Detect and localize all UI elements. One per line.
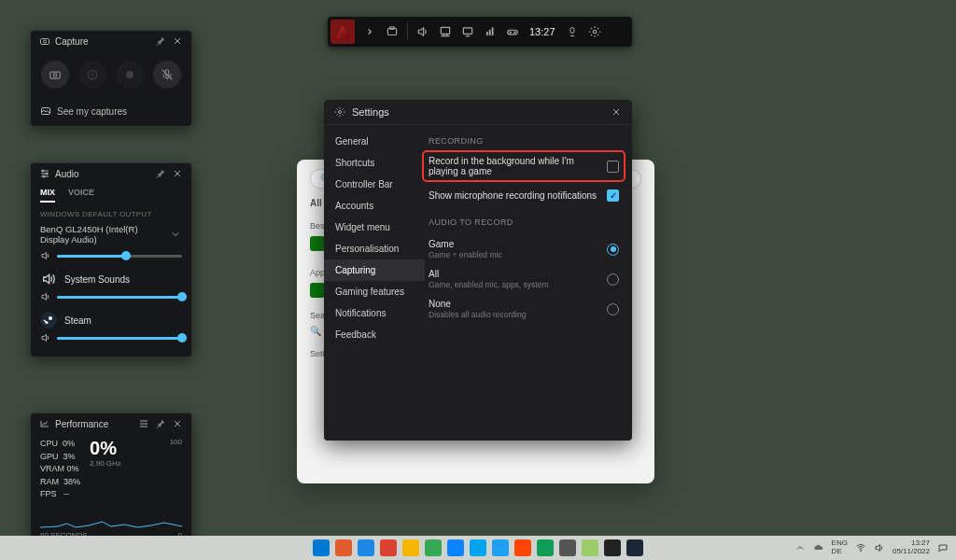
taskbar-brave-icon[interactable]	[335, 539, 352, 556]
close-icon[interactable]	[171, 417, 184, 430]
mic-toggle-button[interactable]	[153, 61, 181, 89]
svg-rect-19	[492, 27, 494, 35]
xbox-game-bar: 13:27	[328, 17, 632, 47]
audio-record-option-none[interactable]: NoneDisables all audio recording	[429, 294, 619, 324]
settings-nav-general[interactable]: General	[324, 131, 425, 152]
app-name: System Sounds	[64, 274, 130, 285]
speaker-icon	[40, 271, 57, 287]
account-icon[interactable]	[561, 17, 583, 47]
record-last-button[interactable]	[78, 61, 106, 89]
record-background-label: Record in the background while I'm playi…	[429, 156, 599, 176]
audio-widget: Audio MIX VOICE WINDOWS DEFAULT OUTPUT B…	[30, 162, 192, 357]
wifi-icon[interactable]	[855, 542, 866, 553]
speaker-icon	[40, 250, 51, 261]
settings-nav-controller-bar[interactable]: Controller Bar	[324, 174, 425, 195]
volume-icon[interactable]	[874, 542, 885, 553]
chevron-right-icon[interactable]	[358, 17, 381, 47]
app-name: Steam	[64, 315, 91, 326]
svg-point-3	[53, 74, 57, 77]
taskbar-edge-icon[interactable]	[358, 539, 374, 556]
options-icon[interactable]	[137, 417, 150, 430]
settings-icon[interactable]	[583, 17, 606, 47]
xbox-social-icon[interactable]	[501, 17, 524, 47]
clock-date[interactable]: 13:2705/11/2022	[893, 539, 930, 556]
record-button[interactable]	[116, 61, 144, 89]
pin-icon[interactable]	[154, 167, 167, 180]
master-volume-slider[interactable]	[57, 255, 182, 258]
settings-nav-capturing[interactable]: Capturing	[324, 259, 425, 281]
performance-shortcut-icon[interactable]	[434, 17, 457, 47]
system-sounds-slider[interactable]	[57, 296, 182, 299]
perf-header: Performance	[31, 413, 191, 434]
capture-buttons	[31, 51, 191, 100]
taskbar-whatsapp-icon[interactable]	[537, 539, 554, 556]
see-captures-label: See my captures	[57, 106, 127, 117]
taskbar-vscode-icon[interactable]	[604, 539, 621, 556]
tab-mix[interactable]: MIX	[40, 184, 55, 203]
active-game-icon[interactable]	[330, 20, 355, 44]
system-sounds-volume-row	[31, 287, 191, 306]
taskbar-explorer-icon[interactable]	[402, 539, 419, 556]
settings-nav-personalisation[interactable]: Personalisation	[324, 238, 425, 259]
mic-notifications-label: Show microphone recording notifications	[429, 190, 599, 201]
svg-rect-16	[463, 28, 471, 34]
taskbar-mail-icon[interactable]	[470, 539, 486, 556]
taskbar-chrome-icon[interactable]	[447, 539, 464, 556]
settings-nav-notifications[interactable]: Notifications	[324, 302, 425, 324]
svg-point-5	[126, 71, 134, 78]
notifications-icon[interactable]	[937, 542, 949, 553]
onedrive-icon[interactable]	[813, 542, 824, 553]
screenshot-button[interactable]	[41, 61, 69, 89]
settings-nav-widget-menu[interactable]: Widget menu	[324, 217, 425, 238]
close-icon[interactable]	[171, 35, 184, 48]
tab-voice[interactable]: VOICE	[68, 184, 94, 203]
taskbar-center	[313, 539, 643, 556]
chevron-up-icon[interactable]	[794, 542, 806, 553]
close-icon[interactable]	[171, 167, 184, 180]
taskbar-start-icon[interactable]	[313, 539, 330, 556]
language-indicator[interactable]: ENGDE	[832, 539, 848, 556]
taskbar-terminal-icon[interactable]	[559, 539, 576, 556]
settings-nav-accounts[interactable]: Accounts	[324, 195, 425, 217]
record-background-checkbox[interactable]	[607, 161, 619, 173]
capture-widget: Capture See my captures	[30, 30, 192, 127]
taskbar-opera-icon[interactable]	[514, 539, 531, 556]
taskbar-app-icon[interactable]	[582, 539, 598, 556]
app-system-sounds: System Sounds	[31, 265, 191, 287]
see-captures-link[interactable]: See my captures	[31, 100, 191, 126]
settings-nav-gaming-features[interactable]: Gaming features	[324, 281, 425, 302]
audio-shortcut-icon[interactable]	[412, 17, 434, 47]
radio[interactable]	[607, 303, 619, 315]
radio[interactable]	[607, 244, 619, 256]
close-icon[interactable]	[610, 105, 623, 119]
settings-nav-shortcuts[interactable]: Shortcuts	[324, 152, 425, 174]
windows-taskbar: ENGDE 13:2705/11/2022	[0, 536, 956, 560]
audio-record-option-all[interactable]: AllGame, enabled mic, apps, system	[429, 264, 619, 294]
settings-header: Settings	[324, 100, 632, 125]
radio[interactable]	[607, 273, 619, 286]
svg-rect-20	[508, 30, 518, 35]
mic-notifications-row[interactable]: Show microphone recording notifications …	[429, 185, 619, 206]
speaker-icon	[40, 291, 51, 302]
widgets-shortcut-icon[interactable]	[479, 17, 501, 47]
svg-rect-23	[570, 28, 574, 34]
perf-graph	[31, 505, 191, 531]
capture-title: Capture	[55, 36, 150, 47]
perf-percent: 0%	[90, 438, 121, 459]
settings-nav-feedback[interactable]: Feedback	[324, 324, 425, 345]
taskbar-firefox-icon[interactable]	[380, 539, 397, 556]
record-background-row[interactable]: Record in the background while I'm playi…	[425, 153, 623, 179]
audio-record-option-game[interactable]: GameGame + enabled mic	[429, 234, 619, 264]
steam-slider[interactable]	[57, 337, 182, 340]
mic-notifications-checkbox[interactable]: ✓	[607, 189, 619, 202]
taskbar-microsoft-store-icon[interactable]	[425, 539, 442, 556]
output-device-select[interactable]: BenQ GL2450H (Intel(R) Display Audio)	[31, 222, 191, 246]
taskbar-steam-icon[interactable]	[626, 539, 643, 556]
resources-shortcut-icon[interactable]	[457, 17, 479, 47]
speaker-icon	[40, 332, 51, 343]
gamebar-settings-modal: Settings GeneralShortcutsController BarA…	[324, 100, 632, 441]
pin-icon[interactable]	[154, 35, 167, 48]
taskbar-skype-icon[interactable]	[492, 539, 509, 556]
pin-icon[interactable]	[154, 417, 167, 430]
capture-shortcut-icon[interactable]	[381, 17, 403, 47]
